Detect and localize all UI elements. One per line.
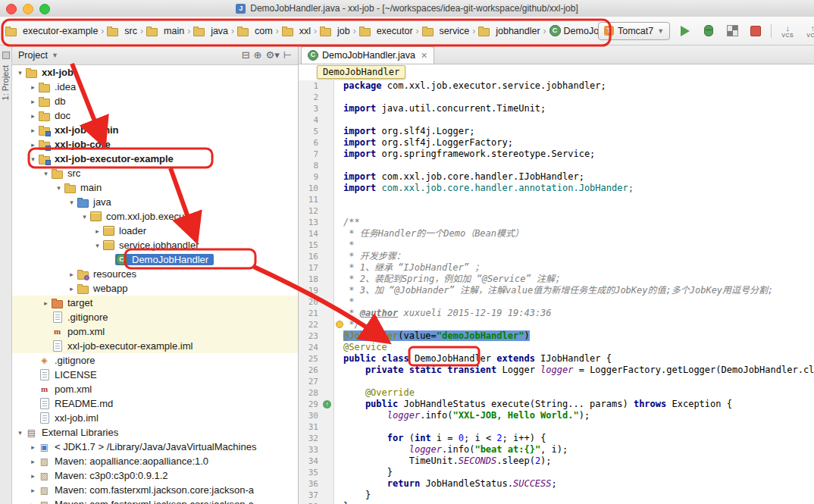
code-line[interactable]: 3import java.util.concurrent.TimeUnit; (299, 103, 814, 114)
minimize-window-button[interactable] (23, 4, 33, 14)
tree-row-license[interactable]: LICENSE (12, 368, 298, 382)
chevron-collapsed-icon[interactable]: ▸ (28, 458, 38, 465)
tree-row-src[interactable]: ▾src (12, 166, 298, 180)
breadcrumb-item-src[interactable]: src (105, 24, 139, 38)
tree-row-resources[interactable]: ▸resources (12, 267, 298, 281)
code-line[interactable]: 10import com.xxl.job.core.handler.annota… (299, 183, 814, 194)
code-line[interactable]: 36 return JobHandleStatus.SUCCESS; (299, 478, 814, 490)
code-line[interactable]: 4 (299, 114, 814, 126)
code-line[interactable]: 30 logger.info("XXL-JOB, Hello World."); (299, 410, 814, 421)
tree-row-xxl-job-iml[interactable]: xxl-job.iml (12, 411, 298, 425)
breadcrumb-item-service[interactable]: service (420, 24, 472, 38)
code-line[interactable]: 35 } (299, 467, 814, 478)
tree-row--jdk1-7-library-java-javavirtualmachines[interactable]: ▸▣< JDK1.7 > /Library/Java/JavaVirtualMa… (12, 440, 298, 454)
breadcrumb-item-jobhandler[interactable]: jobhandler (476, 24, 542, 38)
code-line[interactable]: 27 (299, 376, 814, 387)
chevron-collapsed-icon[interactable]: ▸ (28, 83, 38, 91)
vcs-commit-button[interactable]: ↑ VCS (803, 24, 814, 38)
tree-row-pom-xml[interactable]: mpom.xml (12, 382, 298, 396)
chevron-expanded-icon[interactable]: ▾ (28, 155, 38, 163)
tree-row-demojobhandler[interactable]: CDemoJobHandler (12, 252, 298, 267)
project-tool-window-button[interactable]: 1: Project (1, 65, 10, 100)
code-line[interactable]: 9import com.xxl.job.core.handler.IJobHan… (299, 171, 814, 183)
breadcrumb-item-executor[interactable]: executor (357, 24, 415, 38)
tree-row-main[interactable]: ▾main (12, 180, 298, 195)
override-marker-icon[interactable]: ↑ (323, 400, 331, 409)
run-button[interactable] (677, 23, 693, 39)
tree-row-target[interactable]: ▸target (12, 296, 298, 310)
code-line[interactable]: 1package com.xxl.job.executor.service.jo… (299, 80, 814, 92)
code-line[interactable]: 13/** (299, 217, 814, 228)
chevron-collapsed-icon[interactable]: ▸ (28, 487, 38, 494)
tree-row--idea[interactable]: ▸.idea (12, 80, 298, 94)
code-line[interactable]: 38} (299, 501, 814, 504)
vcs-update-button[interactable]: ↓ VCS (778, 24, 797, 38)
chevron-expanded-icon[interactable]: ▾ (15, 69, 25, 77)
tree-row--gitignore[interactable]: .gitignore (12, 310, 298, 324)
chevron-collapsed-icon[interactable]: ▸ (28, 112, 38, 120)
chevron-collapsed-icon[interactable]: ▸ (67, 271, 77, 278)
tree-row-xxl-job-executor-example-iml[interactable]: xxl-job-executor-example.iml (12, 339, 298, 353)
close-window-button[interactable] (6, 4, 17, 14)
tree-row-maven-c3p0-c3p0-0-9-1-2[interactable]: ▸▨Maven: c3p0:c3p0:0.9.1.2 (12, 468, 298, 483)
code-line[interactable]: 33 logger.info("beat at:{}", i); (299, 444, 814, 455)
close-tab-icon[interactable]: ✕ (421, 51, 427, 61)
chevron-down-icon[interactable]: ▼ (52, 52, 58, 59)
coverage-button[interactable] (724, 23, 740, 39)
tree-row-pom-xml[interactable]: mpom.xml (12, 324, 298, 339)
tree-row-external-libraries[interactable]: ▾▤External Libraries (12, 425, 298, 440)
tree-row-loader[interactable]: ▸loader (12, 224, 298, 238)
code-line[interactable]: 18 * 2、装配到Spring，例如加 “@Service” 注解； (299, 274, 814, 285)
tree-row-xxl-job[interactable]: ▾xxl-job (12, 65, 298, 80)
code-line[interactable]: 16 * 开发步骤： (299, 251, 814, 262)
hide-panel-icon[interactable]: ⊢ (283, 49, 292, 61)
code-line[interactable]: 26 private static transient Logger logge… (299, 365, 814, 376)
code-line[interactable]: 8 (299, 160, 814, 171)
code-line[interactable]: 15 * (299, 239, 814, 251)
code-line[interactable]: 22 */ (299, 319, 814, 330)
code-line[interactable]: 6import org.slf4j.LoggerFactory; (299, 137, 814, 149)
tree-row-readme-md[interactable]: README.md (12, 396, 298, 411)
chevron-collapsed-icon[interactable]: ▸ (67, 285, 77, 293)
locate-file-icon[interactable]: ⊕ (254, 49, 262, 61)
chevron-collapsed-icon[interactable]: ▸ (28, 472, 38, 480)
code-line[interactable]: 23@JobHander(value="demoJobHandler") (299, 330, 814, 342)
code-line[interactable]: 12 (299, 205, 814, 217)
collapse-all-icon[interactable]: ⊟ (242, 49, 250, 61)
breadcrumb-item-java[interactable]: java (191, 24, 230, 38)
tree-row-maven-aopalliance-aopalliance-1-0[interactable]: ▸▨Maven: aopalliance:aopalliance:1.0 (12, 454, 298, 468)
chevron-collapsed-icon[interactable]: ▸ (92, 227, 102, 235)
code-line[interactable]: 14 * 任务Handler的一个Demo（Bean模式） (299, 228, 814, 239)
code-line[interactable]: 7import org.springframework.stereotype.S… (299, 149, 814, 160)
tab-demojobhandler[interactable]: C DemoJobHandler.java ✕ (301, 46, 434, 64)
chevron-collapsed-icon[interactable]: ▸ (41, 299, 51, 307)
code-line[interactable]: 37 } (299, 490, 814, 501)
chevron-expanded-icon[interactable]: ▾ (41, 170, 51, 177)
chevron-expanded-icon[interactable]: ▾ (92, 242, 102, 249)
tree-row-xxl-job-executor-example[interactable]: ▾xxl-job-executor-example (12, 152, 298, 166)
project-panel-title[interactable]: Project (18, 50, 48, 61)
code-line[interactable]: 19 * 3、加 “@JobHander” 注解，注解value值为新增任务生成… (299, 285, 814, 296)
maximize-window-button[interactable] (39, 4, 50, 14)
tree-row--gitignore[interactable]: ◈.gitignore (12, 353, 298, 368)
chevron-collapsed-icon[interactable]: ▸ (28, 443, 38, 451)
stop-button[interactable] (747, 23, 764, 39)
tree-row-maven-com-fasterxml-jackson-core-jackson-c[interactable]: ▸▨Maven: com.fasterxml.jackson.core:jack… (12, 497, 298, 504)
breadcrumb-item-job[interactable]: job (318, 24, 352, 38)
tree-row-java[interactable]: ▾java (12, 195, 298, 209)
code-line[interactable]: 29↑ public JobHandleStatus execute(Strin… (299, 399, 814, 410)
breadcrumb-item-xxl[interactable]: xxl (280, 24, 313, 38)
code-line[interactable]: 2 (299, 92, 814, 103)
code-line[interactable]: 11 (299, 194, 814, 205)
chevron-collapsed-icon[interactable]: ▸ (28, 501, 38, 504)
code-line[interactable]: 5import org.slf4j.Logger; (299, 126, 814, 137)
code-area[interactable]: 1package com.xxl.job.executor.service.jo… (299, 80, 814, 504)
tree-row-db[interactable]: ▸db (12, 94, 298, 108)
chevron-expanded-icon[interactable]: ▾ (54, 184, 64, 192)
code-line[interactable]: 21 * @author xuxueli 2015-12-19 19:43:36 (299, 308, 814, 319)
tree-row-webapp[interactable]: ▸webapp (12, 281, 298, 296)
code-line[interactable]: 17 * 1、继承 “IJobHandler” ； (299, 262, 814, 274)
tree-row-xxl-job-core[interactable]: ▸xxl-job-core (12, 137, 298, 152)
chevron-collapsed-icon[interactable]: ▸ (28, 127, 38, 134)
code-line[interactable]: 24@Service (299, 342, 814, 353)
